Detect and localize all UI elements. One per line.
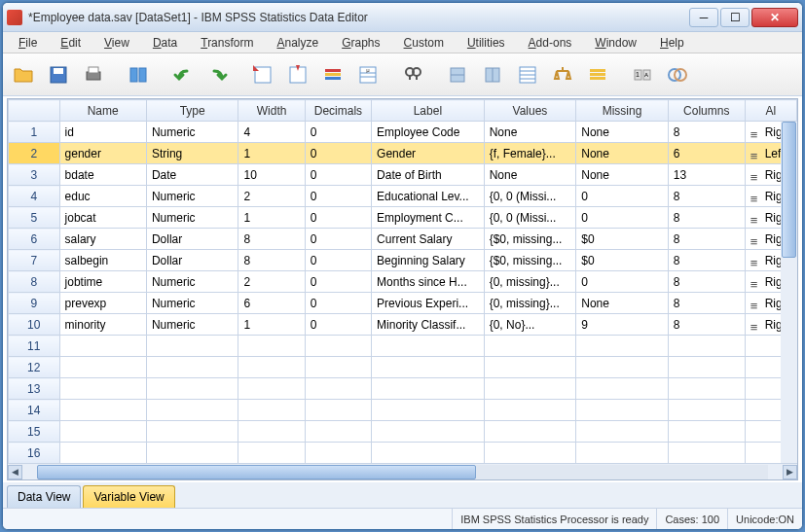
- cell-missing[interactable]: 0: [576, 207, 669, 229]
- table-row[interactable]: 7salbeginDollar80Beginning Salary{$0, mi…: [9, 250, 797, 271]
- cell-label[interactable]: Months since H...: [372, 271, 485, 293]
- cell-name[interactable]: bdate: [59, 164, 146, 186]
- cell-missing[interactable]: None: [576, 293, 669, 314]
- menu-analyze[interactable]: Analyze: [267, 34, 328, 52]
- weight-cases-icon[interactable]: [548, 60, 577, 89]
- value-labels-icon[interactable]: 1A: [628, 60, 657, 89]
- row-header[interactable]: 9: [9, 293, 60, 314]
- horizontal-scrollbar[interactable]: ◀ ▶: [8, 463, 797, 479]
- cell-width[interactable]: 1: [238, 314, 305, 336]
- menu-help[interactable]: Help: [650, 34, 694, 52]
- row-header[interactable]: 14: [9, 400, 60, 421]
- row-header[interactable]: 13: [9, 378, 60, 400]
- maximize-button[interactable]: ☐: [720, 8, 750, 27]
- col-header-missing[interactable]: Missing: [576, 100, 669, 122]
- cell-decimals[interactable]: 0: [305, 164, 371, 186]
- cell-label[interactable]: Previous Experi...: [372, 293, 485, 314]
- table-row[interactable]: 3bdateDate100Date of BirthNoneNone13Righ: [9, 164, 797, 186]
- cell-label[interactable]: Beginning Salary: [372, 250, 485, 271]
- cell-width[interactable]: 6: [238, 293, 305, 314]
- cell-values[interactable]: {$0, missing...: [484, 250, 576, 271]
- row-header[interactable]: 7: [9, 250, 60, 271]
- cell-missing[interactable]: 0: [576, 186, 669, 207]
- row-header[interactable]: 15: [9, 421, 60, 443]
- cell-type[interactable]: Date: [146, 164, 238, 186]
- cell-columns[interactable]: 8: [668, 122, 745, 143]
- table-row[interactable]: 8jobtimeNumeric20Months since H...{0, mi…: [9, 271, 797, 293]
- undo-icon[interactable]: [168, 60, 198, 89]
- cell-type[interactable]: Numeric: [146, 314, 238, 336]
- row-header[interactable]: 11: [9, 336, 60, 357]
- row-header[interactable]: 10: [9, 314, 60, 336]
- cell-type[interactable]: Numeric: [146, 122, 238, 143]
- scroll-left-button[interactable]: ◀: [8, 465, 22, 479]
- cell-values[interactable]: {0, No}...: [484, 314, 576, 336]
- select-cases-icon[interactable]: [583, 60, 612, 89]
- cell-width[interactable]: 10: [238, 164, 305, 186]
- insert-cases-icon[interactable]: [443, 60, 472, 89]
- cell-label[interactable]: Employment C...: [372, 207, 485, 229]
- cell-decimals[interactable]: 0: [305, 186, 371, 207]
- table-row[interactable]: 4educNumeric20Educational Lev...{0, 0 (M…: [9, 186, 797, 207]
- close-button[interactable]: ✕: [751, 8, 798, 27]
- col-header-corner[interactable]: [9, 100, 60, 122]
- cell-type[interactable]: Numeric: [146, 207, 238, 229]
- cell-decimals[interactable]: 0: [305, 229, 371, 250]
- col-header-width[interactable]: Width: [238, 100, 305, 122]
- cell-values[interactable]: {0, 0 (Missi...: [484, 186, 576, 207]
- menu-edit[interactable]: Edit: [51, 34, 91, 52]
- cell-label[interactable]: Gender: [372, 143, 485, 164]
- cell-decimals[interactable]: 0: [305, 122, 371, 143]
- row-header[interactable]: 4: [9, 186, 60, 207]
- cell-missing[interactable]: $0: [576, 229, 669, 250]
- cell-columns[interactable]: 8: [668, 207, 745, 229]
- cell-type[interactable]: Numeric: [146, 293, 238, 314]
- cell-columns[interactable]: 8: [668, 314, 745, 336]
- col-header-columns[interactable]: Columns: [668, 100, 745, 122]
- cell-decimals[interactable]: 0: [305, 207, 371, 229]
- titlebar[interactable]: *Employee data.sav [DataSet1] - IBM SPSS…: [3, 3, 802, 32]
- menu-graphs[interactable]: Graphs: [332, 34, 389, 52]
- menu-addons[interactable]: Add-ons: [519, 34, 582, 52]
- table-row[interactable]: 9prevexpNumeric60Previous Experi...{0, m…: [9, 293, 797, 314]
- grid-scroll-area[interactable]: Name Type Width Decimals Label Values Mi…: [8, 99, 797, 463]
- goto-variable-icon[interactable]: [283, 60, 312, 89]
- menu-file[interactable]: File: [9, 34, 47, 52]
- insert-variable-icon[interactable]: [478, 60, 507, 89]
- tab-data-view[interactable]: Data View: [7, 485, 81, 508]
- cell-name[interactable]: salbegin: [59, 250, 146, 271]
- print-icon[interactable]: [79, 60, 108, 89]
- row-header[interactable]: 2: [9, 143, 60, 164]
- use-sets-icon[interactable]: [663, 60, 692, 89]
- cell-type[interactable]: String: [146, 143, 238, 164]
- tab-variable-view[interactable]: Variable View: [83, 485, 174, 508]
- row-header[interactable]: 3: [9, 164, 60, 186]
- cell-name[interactable]: jobcat: [59, 207, 146, 229]
- cell-width[interactable]: 1: [238, 143, 305, 164]
- cell-type[interactable]: Dollar: [146, 250, 238, 271]
- cell-label[interactable]: Date of Birth: [372, 164, 485, 186]
- col-header-label[interactable]: Label: [372, 100, 485, 122]
- cell-name[interactable]: jobtime: [59, 271, 146, 293]
- cell-columns[interactable]: 8: [668, 293, 745, 314]
- table-row-empty[interactable]: 16: [9, 443, 797, 464]
- row-header[interactable]: 8: [9, 271, 60, 293]
- cell-name[interactable]: id: [59, 122, 146, 143]
- cell-values[interactable]: {0, missing}...: [484, 271, 576, 293]
- horizontal-scroll-thumb[interactable]: [37, 465, 476, 479]
- scroll-right-button[interactable]: ▶: [783, 465, 797, 479]
- cell-width[interactable]: 1: [238, 207, 305, 229]
- cell-missing[interactable]: None: [576, 143, 669, 164]
- cell-columns[interactable]: 8: [668, 229, 745, 250]
- table-row-empty[interactable]: 14: [9, 400, 797, 421]
- col-header-decimals[interactable]: Decimals: [305, 100, 371, 122]
- cell-name[interactable]: salary: [59, 229, 146, 250]
- table-row[interactable]: 1idNumeric40Employee CodeNoneNone8Righ: [9, 122, 797, 143]
- table-row[interactable]: 6salaryDollar80Current Salary{$0, missin…: [9, 229, 797, 250]
- split-file-icon[interactable]: [513, 60, 542, 89]
- cell-columns[interactable]: 8: [668, 250, 745, 271]
- variables-icon[interactable]: [318, 60, 348, 89]
- cell-width[interactable]: 8: [238, 229, 305, 250]
- cell-missing[interactable]: 9: [576, 314, 669, 336]
- row-header[interactable]: 12: [9, 357, 60, 378]
